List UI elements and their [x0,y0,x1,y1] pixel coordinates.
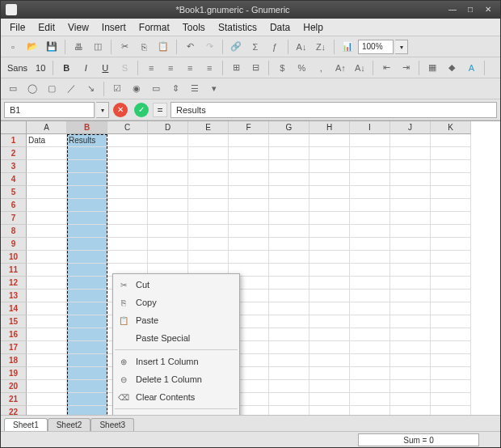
row-header-13[interactable]: 13 [1,290,27,302]
indent-dec-icon[interactable]: ⇤ [377,60,395,76]
cell-B22[interactable] [67,406,107,415]
bold-icon[interactable]: B [57,60,75,76]
cell-H19[interactable] [309,367,350,380]
cell-K21[interactable] [431,393,471,406]
cell-D8[interactable] [148,225,188,238]
row-header-20[interactable]: 20 [1,380,27,393]
cell-D10[interactable] [148,251,188,264]
cell-H1[interactable] [309,134,350,147]
cell-K14[interactable] [431,302,471,315]
ref-dropdown[interactable]: ▾ [96,102,109,118]
cell-D2[interactable] [148,147,188,160]
cell-I15[interactable] [350,315,390,328]
cell-C2[interactable] [107,147,148,160]
cell-H21[interactable] [309,393,350,406]
menu-format[interactable]: Format [133,19,175,36]
cell-A18[interactable] [27,354,67,367]
cell-I17[interactable] [350,341,390,354]
cell-B11[interactable] [67,264,107,277]
menu-file[interactable]: File [4,19,31,36]
cell-D5[interactable] [148,186,188,199]
radio-icon[interactable]: ◉ [128,81,145,97]
cell-H22[interactable] [309,406,350,415]
cell-J10[interactable] [390,251,431,264]
column-header-H[interactable]: H [309,121,350,134]
row-header-16[interactable]: 16 [1,328,27,341]
row-header-19[interactable]: 19 [1,367,27,380]
cell-H12[interactable] [309,277,350,290]
align-justify-icon[interactable]: ≡ [200,60,218,76]
cell-G11[interactable] [269,264,309,277]
cell-F7[interactable] [229,212,269,225]
column-header-G[interactable]: G [269,121,309,134]
cell-J19[interactable] [390,367,431,380]
paste-icon[interactable]: 📋 [154,39,172,55]
cell-K19[interactable] [431,367,471,380]
cell-J9[interactable] [390,238,431,251]
cell-B16[interactable] [67,328,107,341]
cell-G2[interactable] [269,147,309,160]
cell-G13[interactable] [269,290,309,302]
cell-H5[interactable] [309,186,350,199]
font-size[interactable]: 10 [32,63,48,73]
decrease-icon[interactable]: A↓ [351,60,368,76]
row-header-11[interactable]: 11 [1,264,27,277]
cells-area[interactable]: DataResults [27,134,471,415]
cell-A21[interactable] [27,393,67,406]
cell-C7[interactable] [107,212,148,225]
cell-J21[interactable] [390,393,431,406]
cell-F9[interactable] [229,238,269,251]
cell-E10[interactable] [188,251,229,264]
cell-H20[interactable] [309,380,350,393]
print-icon[interactable]: 🖶 [69,39,87,55]
cell-B12[interactable] [67,277,107,290]
cell-H15[interactable] [309,315,350,328]
column-header-J[interactable]: J [390,121,431,134]
cell-K22[interactable] [431,406,471,415]
cell-A8[interactable] [27,225,67,238]
cell-F10[interactable] [229,251,269,264]
cell-G16[interactable] [269,328,309,341]
cell-G12[interactable] [269,277,309,290]
cell-H2[interactable] [309,147,350,160]
cell-J2[interactable] [390,147,431,160]
cell-I8[interactable] [350,225,390,238]
ctx-delete-column[interactable]: ⊖Delete 1 Column [113,370,239,388]
cell-J22[interactable] [390,406,431,415]
cell-G18[interactable] [269,354,309,367]
cell-J4[interactable] [390,173,431,186]
cell-B2[interactable] [67,147,107,160]
cell-E9[interactable] [188,238,229,251]
cell-K17[interactable] [431,341,471,354]
cell-E5[interactable] [188,186,229,199]
cell-C8[interactable] [107,225,148,238]
save-icon[interactable]: 💾 [43,39,61,55]
percent-icon[interactable]: % [293,60,310,76]
cell-A11[interactable] [27,264,67,277]
cell-B1[interactable]: Results [67,134,107,147]
cell-B6[interactable] [67,199,107,212]
cell-G14[interactable] [269,302,309,315]
cell-K2[interactable] [431,147,471,160]
column-header-B[interactable]: B [67,121,107,134]
cell-H7[interactable] [309,212,350,225]
cell-J15[interactable] [390,315,431,328]
cell-G21[interactable] [269,393,309,406]
select-all-corner[interactable] [1,121,27,134]
cell-J5[interactable] [390,186,431,199]
cell-E2[interactable] [188,147,229,160]
column-header-K[interactable]: K [431,121,471,134]
cell-H9[interactable] [309,238,350,251]
tab-sheet3[interactable]: Sheet3 [91,418,134,431]
cell-B13[interactable] [67,290,107,302]
cell-A20[interactable] [27,380,67,393]
cell-I9[interactable] [350,238,390,251]
cell-A16[interactable] [27,328,67,341]
cell-C1[interactable] [107,134,148,147]
row-header-4[interactable]: 4 [1,173,27,186]
cell-I18[interactable] [350,354,390,367]
cell-B8[interactable] [67,225,107,238]
currency-icon[interactable]: $ [273,60,291,76]
cell-G17[interactable] [269,341,309,354]
cell-A10[interactable] [27,251,67,264]
